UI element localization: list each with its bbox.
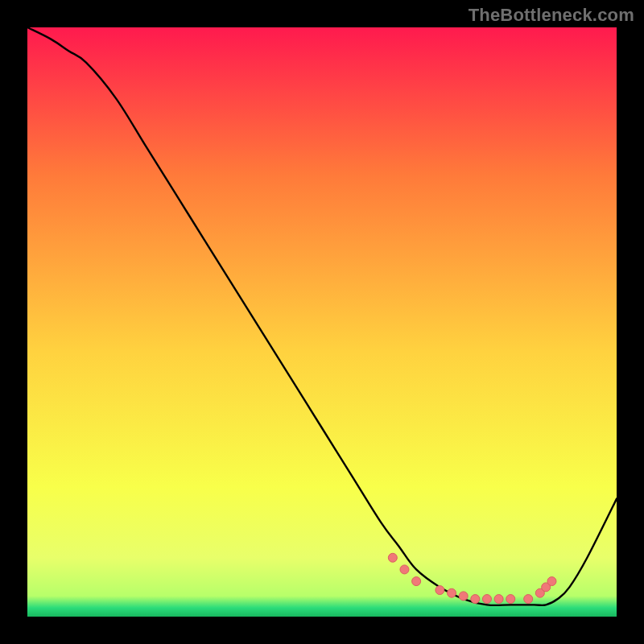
marker-dot <box>400 565 409 574</box>
chart-stage: TheBottleneck.com <box>0 0 644 644</box>
marker-dot <box>459 592 468 601</box>
marker-dot <box>506 595 515 604</box>
bottleneck-chart <box>0 0 644 644</box>
watermark-text: TheBottleneck.com <box>469 5 634 26</box>
marker-dot <box>524 595 533 604</box>
marker-dot <box>482 595 491 604</box>
marker-dot <box>471 595 480 604</box>
marker-dot <box>412 577 421 586</box>
marker-dot <box>436 586 444 595</box>
marker-dot <box>547 577 556 586</box>
marker-dot <box>494 595 503 604</box>
plot-background <box>27 27 617 617</box>
marker-dot <box>448 588 456 597</box>
marker-dot <box>388 553 397 562</box>
